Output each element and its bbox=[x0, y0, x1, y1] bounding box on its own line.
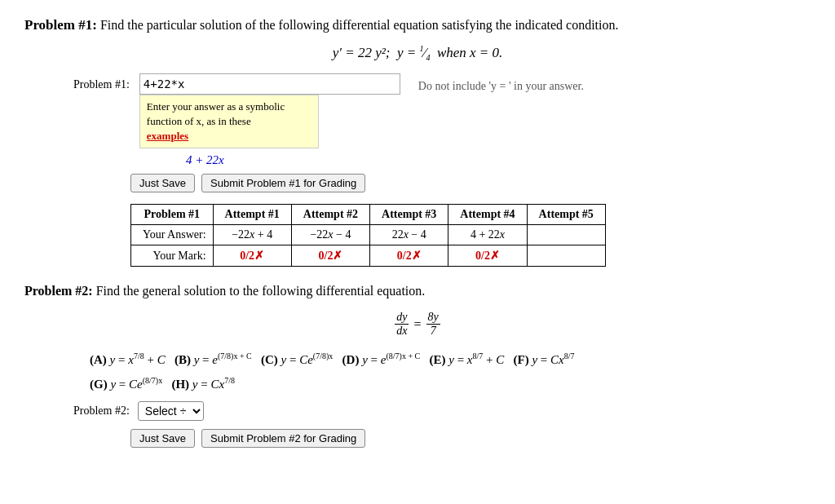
problem1-save-button[interactable]: Just Save bbox=[130, 174, 195, 192]
table-col2: Attempt #2 bbox=[291, 205, 369, 225]
tooltip-line1: Enter your answer as a symbolic bbox=[147, 100, 285, 113]
row2-label: Your Mark: bbox=[131, 245, 214, 267]
problem2-header-text: Find the general solution to the followi… bbox=[93, 284, 426, 298]
problem2-label: Problem #2: bbox=[73, 405, 130, 418]
problem1-bold: Problem #1: bbox=[24, 17, 97, 33]
table-col1: Attempt #1 bbox=[213, 205, 291, 225]
table-col0: Problem #1 bbox=[131, 205, 214, 225]
problem2-select[interactable]: Select ÷ A B C D E F G H bbox=[138, 401, 204, 421]
choices-container: (A) y = x7/8 + C (B) y = e(7/8)x + C (C)… bbox=[90, 347, 811, 396]
problem2-buttons: Just Save Submit Problem #2 for Grading bbox=[130, 429, 811, 448]
problem1-preview: 4 + 22x bbox=[186, 153, 811, 167]
problem1-input-wrap: Enter your answer as a symbolic function… bbox=[139, 73, 400, 149]
problem1-header: Problem #1: Find the particular solution… bbox=[24, 15, 811, 36]
row2-c5 bbox=[527, 245, 605, 267]
table-row-answers: Your Answer: −22x + 4 −22x − 4 22x − 4 4… bbox=[131, 225, 606, 245]
row1-c3: 22x − 4 bbox=[370, 225, 448, 245]
problem1-header-text: Find the particular solution of the foll… bbox=[97, 18, 619, 32]
row2-c1: 0/2✗ bbox=[213, 245, 291, 267]
dy-dx-fraction: dy dx bbox=[395, 311, 409, 338]
problem1-tooltip: Enter your answer as a symbolic function… bbox=[139, 95, 319, 149]
problem1-equation: y′ = 22 y²; y = 1⁄4 when x = 0. bbox=[24, 44, 811, 62]
problem1-buttons: Just Save Submit Problem #1 for Grading bbox=[130, 174, 811, 192]
do-not-include-text: Do not include 'y = ' in your answer. bbox=[418, 80, 584, 93]
table-col3: Attempt #3 bbox=[370, 205, 448, 225]
problem2-answer-row: Problem #2: Select ÷ A B C D E F G H bbox=[73, 401, 811, 421]
problem1-answer-row: Problem #1: Enter your answer as a symbo… bbox=[73, 73, 811, 149]
8y-7-fraction: 8y 7 bbox=[426, 311, 440, 338]
problem2-equation: dy dx = 8y 7 bbox=[24, 309, 811, 338]
problem1-label: Problem #1: bbox=[73, 78, 130, 91]
row1-c2: −22x − 4 bbox=[291, 225, 369, 245]
row1-c5 bbox=[527, 225, 605, 245]
preview-value: 4 + 22x bbox=[186, 153, 224, 166]
problem1-input[interactable] bbox=[139, 73, 400, 95]
problem1-submit-button[interactable]: Submit Problem #1 for Grading bbox=[201, 174, 365, 192]
row1-c4: 4 + 22x bbox=[448, 225, 527, 245]
table-row-marks: Your Mark: 0/2✗ 0/2✗ 0/2✗ 0/2✗ bbox=[131, 245, 606, 267]
choice-line2: (G) y = Ce(8/7)x (H) y = Cx7/8 bbox=[90, 378, 235, 391]
choice-line1: (A) y = x7/8 + C (B) y = e(7/8)x + C (C)… bbox=[90, 353, 575, 366]
row1-label: Your Answer: bbox=[131, 225, 214, 245]
problem2-bold: Problem #2: bbox=[24, 284, 93, 298]
problem2-header: Problem #2: Find the general solution to… bbox=[24, 281, 811, 301]
row2-c3: 0/2✗ bbox=[370, 245, 448, 267]
problem2-submit-button[interactable]: Submit Problem #2 for Grading bbox=[201, 429, 365, 448]
row2-c2: 0/2✗ bbox=[291, 245, 369, 267]
tooltip-link[interactable]: examples bbox=[147, 130, 188, 142]
table-col4: Attempt #4 bbox=[448, 205, 527, 225]
tooltip-line2: function of x, as in these bbox=[147, 115, 251, 127]
row2-c4: 0/2✗ bbox=[448, 245, 527, 267]
row1-c1: −22x + 4 bbox=[213, 225, 291, 245]
attempts-table: Problem #1 Attempt #1 Attempt #2 Attempt… bbox=[130, 204, 606, 267]
table-col5: Attempt #5 bbox=[527, 205, 605, 225]
problem2-save-button[interactable]: Just Save bbox=[130, 429, 195, 448]
